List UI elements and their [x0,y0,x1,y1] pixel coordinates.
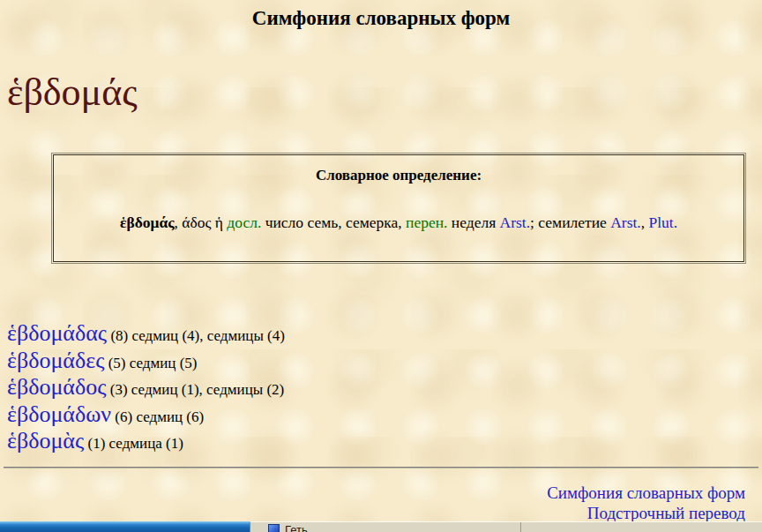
author-ref-link[interactable]: Plut. [648,214,677,231]
taskbar-item-icon [268,524,280,532]
taskbar: Геть [0,521,762,532]
definition-morphology: , άδος ἡ [175,214,228,231]
definition-line: ἑβδομάς, άδος ἡ досл. число семь, семерк… [59,214,738,232]
word-form-occurrences: (8) седмиц (4), седмицы (4) [107,327,285,344]
word-form-row: ἑβδομὰς (1) седмица (1) [7,429,762,456]
word-form-link[interactable]: ἑβδομάδες [7,348,104,373]
taskbar-active-window-button[interactable] [0,521,250,532]
word-form-link[interactable]: ἑβδομάδος [7,374,107,400]
author-ref-link[interactable]: Arst. [610,214,641,231]
taskbar-divider [520,522,521,532]
word-form-row: ἑβδομάδας (8) седмиц (4), седмицы (4) [7,321,762,348]
footer-link-interlinear[interactable]: Подстрочный перевод [587,503,745,524]
word-form-occurrences: (3) седмиц (1), седмицы (2) [107,381,285,398]
word-form-row: ἑβδομάδες (5) седмиц (5) [7,348,762,376]
definition-box-heading: Словарное определение: [59,167,738,184]
page-title: Симфония словарных форм [0,0,762,30]
word-form-occurrences: (5) седмиц (5) [104,355,197,371]
taskbar-item-label[interactable]: Геть [285,523,308,532]
definition-lemma: ἑβδομάς [120,214,175,231]
definition-box: Словарное определение: ἑβδομάς, άδος ἡ д… [51,153,746,264]
footer-divider [4,467,758,468]
word-form-row: ἑβδομάδος (3) седмиц (1), седмицы (2) [7,375,762,402]
word-form-row: ἑβδομάδων (6) седмиц (6) [7,402,762,430]
footer-link-symphony[interactable]: Симфония словарных форм [547,483,745,504]
definition-figurative-text: неделя [447,214,499,231]
word-forms-list: ἑβδομάδας (8) седмиц (4), седмицы (4) ἑβ… [7,321,762,456]
taskbar-tray-area: Геть [250,521,762,532]
definition-figurative-label: перен. [406,214,447,231]
definition-literal-label: досл. [227,214,261,231]
definition-box-inner: Словарное определение: ἑβδομάς, άδος ἡ д… [53,154,744,262]
entry-headword: ἑβδομάς [7,73,762,112]
definition-between-refs: ; семилетие [530,214,610,231]
definition-literal-text: число семь, семерка, [261,214,406,231]
word-form-link[interactable]: ἑβδομάδων [7,401,111,427]
word-form-link[interactable]: ἑβδομάδας [7,320,107,346]
word-form-link[interactable]: ἑβδομὰς [7,428,84,453]
word-form-occurrences: (1) седмица (1) [84,435,183,452]
word-form-occurrences: (6) седмиц (6) [111,408,204,425]
author-ref-link[interactable]: Arst. [500,214,531,231]
